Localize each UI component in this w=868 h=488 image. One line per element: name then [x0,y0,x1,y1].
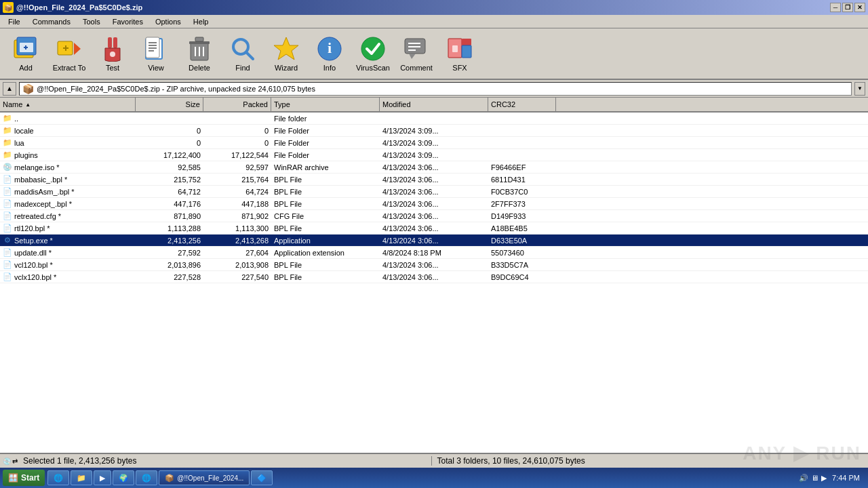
table-row[interactable]: 📄 vcl120.bpl * 2,013,896 2,013,908 BPL F… [0,259,868,271]
address-input[interactable]: 📦 @!!Open_File_2024_Pa$5C0De$.zip - ZIP … [19,82,852,96]
col-header-packed[interactable]: Packed [203,98,271,111]
view-label: View [148,64,164,72]
delete-button[interactable]: Delete [179,30,220,77]
file-crc: B9DC69C4 [488,273,556,281]
file-packed: 215,764 [203,176,271,184]
file-name: ⚙ Setup.exe * [0,236,136,245]
bpl-icon: 📄 [3,187,12,197]
taskbar-item-explorer[interactable]: 📁 [71,470,92,485]
taskbar-winrar-label: @!!Open_File_2024... [177,474,243,482]
taskbar-item-winrar[interactable]: 📦 @!!Open_File_2024... [159,470,250,485]
tray-arrow-icon: ▶ [821,474,827,483]
anyrun-icon: 🔷 [257,474,267,483]
file-name: 📄 mbabasic_.bpl * [0,175,136,184]
table-row[interactable]: 📄 maddisAsm_.bpl * 64,712 64,724 BPL Fil… [0,186,868,198]
file-packed: 871,902 [203,212,271,220]
col-header-name[interactable]: Name ▲ [0,98,136,111]
table-row[interactable]: 💿 melange.iso * 92,585 92,597 WinRAR arc… [0,161,868,174]
table-row[interactable]: ⚙ Setup.exe * 2,413,256 2,413,268 Applic… [0,235,868,247]
taskbar-item-media[interactable]: ▶ [94,470,111,485]
taskbar-item-chrome[interactable]: 🌍 [113,470,134,485]
table-row[interactable]: 📁 plugins 17,122,400 17,122,544 File Fol… [0,149,868,161]
find-button[interactable]: Find [222,30,263,77]
file-size: 2,413,256 [136,237,203,245]
folder-icon: 📁 [3,114,12,123]
table-row[interactable]: 📁 .. File folder [0,113,868,125]
add-icon [12,35,39,62]
file-packed: 17,122,544 [203,151,271,159]
wizard-icon [273,35,300,62]
address-dropdown[interactable]: ▼ [854,82,865,96]
col-header-crc[interactable]: CRC32 [488,98,556,111]
file-packed: 0 [203,127,271,135]
file-modified: 4/13/2024 3:06... [380,273,488,281]
svg-rect-20 [195,37,203,41]
taskbar-item-ie[interactable]: 🌐 [47,470,69,485]
table-row[interactable]: 📄 vclx120.bpl * 227,528 227,540 BPL File… [0,271,868,283]
test-label: Test [106,64,119,72]
menu-commands[interactable]: Commands [27,16,76,27]
close-button[interactable]: ✕ [854,3,865,12]
start-button[interactable]: 🪟 Start [3,470,45,486]
window-title: @!!Open_File_2024_Pa$5C0De$.zip [16,3,142,12]
exe-icon: ⚙ [3,236,12,245]
col-header-type[interactable]: Type [271,98,380,111]
col-header-modified[interactable]: Modified [380,98,488,111]
menu-file[interactable]: File [3,16,26,27]
menu-help[interactable]: Help [188,16,214,27]
menu-options[interactable]: Options [150,16,186,27]
back-button[interactable]: ▲ [3,82,16,96]
table-row[interactable]: 📄 retreated.cfg * 871,890 871,902 CFG Fi… [0,210,868,222]
restore-button[interactable]: ❐ [842,3,853,12]
comment-button[interactable]: Comment [396,30,437,77]
svg-marker-31 [409,54,416,59]
status-left-text: Selected 1 file, 2,413,256 bytes [23,456,136,466]
col-header-size[interactable]: Size [136,98,203,111]
table-row[interactable]: 📄 update.dll * 27,592 27,604 Application… [0,247,868,259]
file-modified: 4/13/2024 3:06... [380,188,488,196]
svg-marker-6 [74,43,81,55]
info-label: Info [323,64,336,72]
taskbar-item-anyrun[interactable]: 🔷 [251,470,273,485]
table-row[interactable]: 📁 lua 0 0 File Folder 4/13/2024 3:09... [0,137,868,149]
sort-arrow-name: ▲ [25,102,31,108]
taskbar-item-ie2[interactable]: 🌐 [136,470,157,485]
virusscan-button[interactable]: VirusScan [353,30,393,77]
table-row[interactable]: 📄 rtl120.bpl * 1,113,288 1,113,300 BPL F… [0,222,868,235]
file-type: File folder [271,115,380,123]
table-row[interactable]: 📄 mbabasic_.bpl * 215,752 215,764 BPL Fi… [0,174,868,186]
table-row[interactable]: 📁 locale 0 0 File Folder 4/13/2024 3:09.… [0,125,868,137]
svg-rect-10 [113,37,117,48]
svg-rect-38 [462,39,471,45]
test-button[interactable]: Test [92,30,133,77]
file-packed: 27,604 [203,249,271,257]
file-type: BPL File [271,176,380,184]
table-row[interactable]: 📄 madexcept_.bpl * 447,176 447,188 BPL F… [0,198,868,210]
file-modified: 4/13/2024 3:09... [380,139,488,147]
file-size: 1,113,288 [136,224,203,232]
file-size: 64,712 [136,188,203,196]
view-button[interactable]: View [136,30,176,77]
menu-tools[interactable]: Tools [77,16,106,27]
svg-rect-9 [108,37,112,48]
extract-to-button[interactable]: Extract To [49,30,90,77]
file-type: CFG File [271,212,380,220]
bpl-icon: 📄 [3,224,12,233]
taskbar-tray: 🔊 🖥 ▶ 7:44 PM [793,474,865,483]
toolbar: Add Extract To Test [0,28,868,80]
info-button[interactable]: i Info [309,30,350,77]
minimize-button[interactable]: ─ [830,3,841,12]
menu-favorites[interactable]: Favorites [107,16,149,27]
file-name: 📁 .. [0,114,136,123]
file-size: 27,592 [136,249,203,257]
status-right: Total 3 folders, 10 files, 24,610,075 by… [432,456,869,466]
media-icon: ▶ [100,474,105,483]
title-bar-buttons[interactable]: ─ ❐ ✕ [830,3,865,12]
sfx-button[interactable]: SFX [439,30,480,77]
file-name: 📄 rtl120.bpl * [0,224,136,233]
bpl-icon: 📄 [3,199,12,209]
file-size: 227,528 [136,273,203,281]
add-button[interactable]: Add [5,30,46,77]
svg-marker-26 [274,37,298,60]
wizard-button[interactable]: Wizard [266,30,307,77]
